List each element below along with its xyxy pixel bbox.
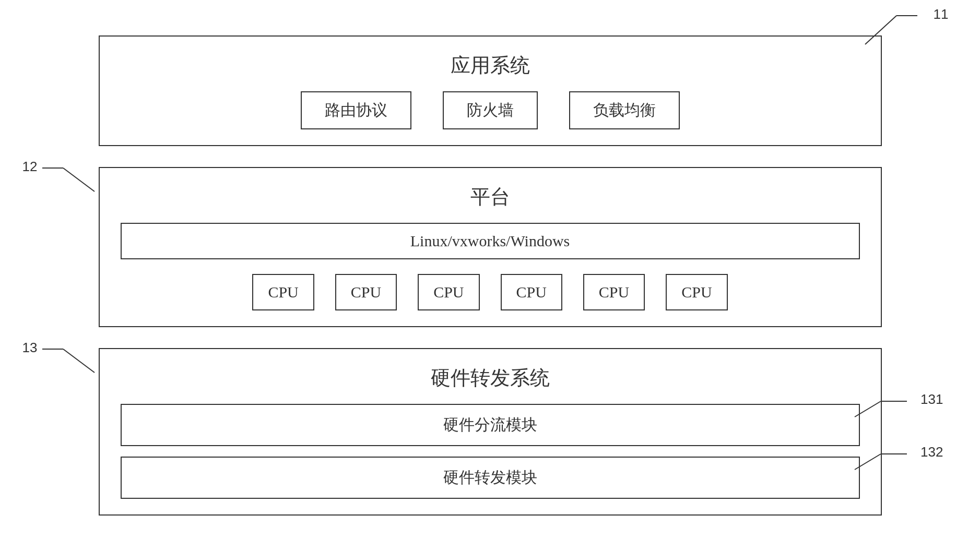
app-title: 应用系统 xyxy=(121,52,860,79)
app-item-routing: 路由协议 xyxy=(301,91,411,129)
app-item-firewall: 防火墙 xyxy=(443,91,538,129)
layer-app: 11 应用系统 路由协议 防火墙 负载均衡 xyxy=(99,35,882,146)
cpu-4: CPU xyxy=(501,274,562,310)
platform-os: Linux/vxworks/Windows xyxy=(121,223,860,259)
ref-132-connector xyxy=(855,451,912,477)
svg-line-6 xyxy=(855,401,881,417)
ref-132: 132 xyxy=(920,444,943,460)
svg-line-4 xyxy=(63,349,95,373)
diagram-container: 11 应用系统 路由协议 防火墙 负载均衡 12 平台 Linux/vxwork… xyxy=(99,35,882,516)
cpu-row: CPU CPU CPU CPU CPU CPU xyxy=(121,274,860,310)
layer-platform: 12 平台 Linux/vxworks/Windows CPU CPU CPU … xyxy=(99,167,882,327)
app-item-loadbalance: 负载均衡 xyxy=(569,91,680,129)
app-items: 路由协议 防火墙 负载均衡 xyxy=(121,91,860,129)
hardware-title: 硬件转发系统 xyxy=(121,365,860,391)
ref-11-connector xyxy=(855,10,923,47)
svg-line-8 xyxy=(855,454,881,470)
cpu-6: CPU xyxy=(666,274,727,310)
svg-line-0 xyxy=(865,16,896,44)
ref-12: 12 xyxy=(22,159,38,175)
ref-11: 11 xyxy=(934,6,949,22)
ref-13-connector xyxy=(37,344,105,380)
cpu-5: CPU xyxy=(583,274,645,310)
hw-sub-wrapper-1: 硬件分流模块 131 xyxy=(121,404,860,446)
ref-13: 13 xyxy=(22,340,38,356)
cpu-1: CPU xyxy=(252,274,314,310)
cpu-3: CPU xyxy=(418,274,479,310)
layer-hardware: 13 硬件转发系统 硬件分流模块 131 硬件转发模块 132 xyxy=(99,348,882,516)
ref-131-connector xyxy=(855,399,912,425)
hw-forward-module: 硬件转发模块 xyxy=(121,457,860,499)
ref-12-connector xyxy=(37,163,105,199)
hw-sub-wrapper-2: 硬件转发模块 132 xyxy=(121,457,860,499)
platform-title: 平台 xyxy=(121,184,860,210)
ref-131: 131 xyxy=(920,391,943,408)
svg-line-2 xyxy=(63,168,95,191)
hw-shunt-module: 硬件分流模块 xyxy=(121,404,860,446)
cpu-2: CPU xyxy=(335,274,397,310)
